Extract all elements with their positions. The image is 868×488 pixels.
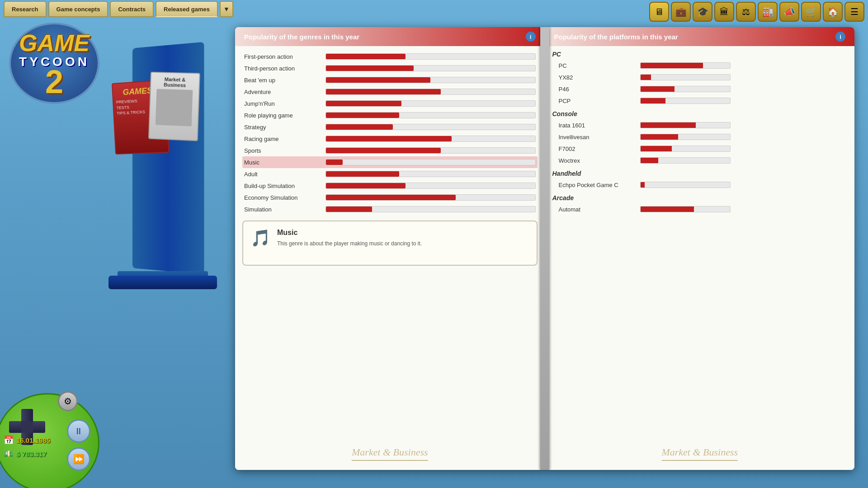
pause-button[interactable]: ⏸ [67,419,90,443]
logo-game-text: GAME [19,31,90,55]
platform-row[interactable]: Woctrex [552,155,848,166]
genre-desc-title: Music [277,229,422,237]
genre-name-label: Adult [244,171,326,178]
money-display: 💵 $ 783.317 [4,449,47,459]
genre-row[interactable]: Sports [242,145,538,156]
platform-header-title: Popularity of the platforms in this year [554,33,678,41]
genre-row[interactable]: Role playing game [242,109,538,121]
genre-row[interactable]: Third-person action [242,62,538,74]
nav-tabs: Research Game concepts Contracts Release… [4,1,233,17]
book-spine [540,27,549,470]
genre-bar [326,112,536,118]
genre-row[interactable]: Strategy [242,121,538,133]
settings-button[interactable]: ⚙ [58,391,78,411]
platform-bar [640,134,731,140]
right-page-watermark: Market & Business [661,446,738,461]
genre-name-label: First-person action [244,53,326,60]
genre-bar-fill [326,195,456,200]
fast-forward-button[interactable]: ⏩ [67,447,90,471]
genre-row[interactable]: Adult [242,168,538,180]
genre-bar [326,159,536,165]
genre-bar [326,53,536,60]
platform-bar-fill [641,122,696,128]
money-value: $ 783.317 [16,450,47,458]
platform-name-label: Automat [559,206,640,213]
platform-bar-fill [641,134,678,140]
platform-name-label: P46 [559,86,640,93]
platform-row[interactable]: F7002 [552,143,848,155]
platform-name-label: F7002 [559,145,640,152]
genre-bar [326,147,536,154]
genre-info-button[interactable]: i [526,32,536,42]
platform-bar-fill [641,146,672,151]
date-display: 📅 16.01.1985 [4,435,50,445]
genre-header-title: Popularity of the genres in this year [244,33,359,41]
tab-released-games[interactable]: Released games [156,1,218,17]
genre-bar [326,206,536,212]
platform-bar-fill [641,75,651,80]
platform-row[interactable]: PCP [552,95,848,107]
genre-bar-fill [326,148,441,153]
genre-desc-text: This genre is about the player making mu… [277,239,422,248]
nav-dropdown-button[interactable]: ▼ [220,1,233,17]
genre-name-label: Racing game [244,136,326,142]
platform-row[interactable]: Automat [552,203,848,215]
genre-bar-fill [326,124,393,130]
platform-row[interactable]: Irata 1601 [552,119,848,131]
platform-row[interactable]: Echpo Pocket Game C [552,179,848,191]
genre-name-label: Music [244,159,326,166]
platform-name-label: PC [559,62,640,69]
genre-bar-fill [326,160,343,165]
platform-row[interactable]: PC [552,60,848,71]
genre-bar [326,65,536,71]
genre-bar [326,124,536,130]
genre-name-label: Sports [244,147,326,154]
platform-row[interactable]: YX82 [552,71,848,83]
genre-bar [326,194,536,201]
music-note-icon: 🎵 [250,229,271,248]
platform-bar [640,206,731,212]
logo-number: 2 [45,69,63,95]
platform-list: PCPCYX82P46PCPConsoleIrata 1601Invellive… [545,51,855,215]
platform-row[interactable]: Invellivesan [552,131,848,143]
genre-row[interactable]: Jump'n'Run [242,98,538,109]
genre-list: First-person actionThird-person actionBe… [235,51,545,215]
genre-bar-fill [326,183,406,188]
genre-bar-fill [326,66,414,71]
genre-name-label: Strategy [244,124,326,131]
genre-name-label: Role playing game [244,112,326,119]
platform-bar [640,182,731,188]
tab-contracts[interactable]: Contracts [110,1,154,17]
genre-row[interactable]: Music [242,156,538,168]
genre-bar-fill [326,89,441,94]
genre-row[interactable]: Adventure [242,86,538,98]
genre-row[interactable]: Racing game [242,133,538,145]
platform-bar-fill [641,158,659,163]
genre-row[interactable]: Build-up Simulation [242,180,538,192]
top-navigation: Research Game concepts Contracts Release… [0,0,868,18]
genre-row[interactable]: Simulation [242,203,538,215]
left-page: Popularity of the genres in this year i … [235,27,545,470]
genre-row[interactable]: First-person action [242,51,538,62]
genre-bar [326,136,536,142]
genre-bar-fill [326,206,372,212]
platform-bar-fill [641,182,645,188]
money-icon: 💵 [4,449,14,459]
genre-row[interactable]: Beat 'em up [242,74,538,86]
genre-row[interactable]: Economy Simulation [242,192,538,203]
platform-category-title: Handheld [552,170,848,177]
platform-name-label: PCP [559,98,640,104]
platform-row[interactable]: P46 [552,83,848,95]
platform-bar-fill [641,98,665,103]
genre-bar [326,89,536,95]
genre-header: Popularity of the genres in this year i [235,27,545,46]
left-page-watermark: Market & Business [352,446,428,461]
platform-info-button[interactable]: i [835,32,845,42]
genre-bar-fill [326,77,430,83]
platform-bar [640,62,731,69]
tab-research[interactable]: Research [4,1,47,17]
bookshelf-decoration: GAMES! PREVIEWSTESTSTIPS & TRICKS Market… [104,45,222,307]
tab-game-concepts[interactable]: Game concepts [48,1,108,17]
genre-bar-fill [326,171,399,177]
platform-header: Popularity of the platforms in this year… [545,27,855,46]
